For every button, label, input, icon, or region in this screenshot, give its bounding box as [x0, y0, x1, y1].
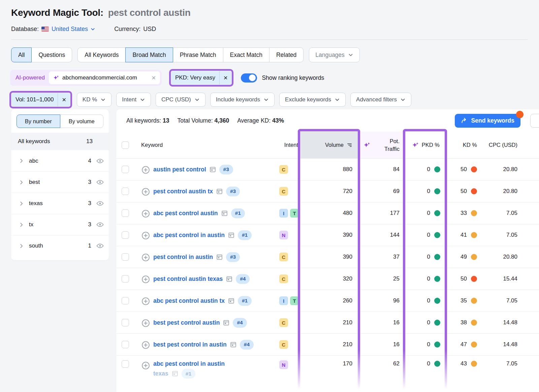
volume-filter-chip[interactable]: Vol: 101–1,000 ✕: [11, 93, 70, 106]
keyword-link[interactable]: pest control in austin: [153, 254, 213, 261]
keyword-link[interactable]: pest control austin tx: [153, 188, 213, 195]
serp-rank-badge[interactable]: #1: [231, 208, 245, 218]
sidebar-group-tx[interactable]: tx3: [11, 214, 109, 235]
filter-dropdown-exclude-keywords[interactable]: Exclude keywords: [279, 93, 346, 107]
column-header-intent[interactable]: Intent: [276, 132, 300, 158]
tab-exact-match[interactable]: Exact Match: [223, 47, 270, 62]
eye-icon[interactable]: [96, 157, 104, 165]
sidebar-all-keywords-row[interactable]: All keywords 13: [11, 133, 109, 150]
send-keywords-button[interactable]: Send keywords: [455, 114, 520, 128]
keyword-link[interactable]: austin pest control: [153, 166, 206, 173]
languages-dropdown[interactable]: Languages: [309, 47, 360, 62]
eye-icon[interactable]: [96, 199, 104, 207]
row-checkbox[interactable]: [122, 166, 129, 173]
keyword-link[interactable]: pest control austin texas: [153, 275, 223, 283]
serp-features-icon[interactable]: [228, 297, 235, 304]
add-keyword-icon[interactable]: [141, 165, 150, 174]
add-keyword-icon[interactable]: [141, 275, 150, 284]
serp-rank-badge[interactable]: #4: [236, 274, 250, 284]
remove-volume-filter-icon[interactable]: ✕: [58, 97, 70, 103]
serp-rank-badge[interactable]: #3: [226, 187, 240, 196]
show-ranking-keywords-toggle[interactable]: [241, 73, 257, 83]
row-checkbox[interactable]: [122, 188, 129, 195]
serp-features-icon[interactable]: [226, 275, 233, 283]
tab-all[interactable]: All: [11, 47, 32, 62]
partial-export-button[interactable]: [530, 114, 539, 128]
filter-dropdown-advanced-filters[interactable]: Advanced filters: [350, 93, 411, 107]
sidebar-group-south[interactable]: south1: [11, 235, 109, 256]
database-selector[interactable]: United States: [52, 26, 95, 33]
column-header-pkd[interactable]: PKD %: [405, 132, 444, 158]
clear-domain-icon[interactable]: ✕: [152, 75, 156, 81]
filter-dropdown-cpc-usd[interactable]: CPC (USD): [156, 93, 205, 107]
serp-features-icon[interactable]: [228, 232, 235, 239]
keyword-link[interactable]: abc pest control in austin: [153, 360, 225, 367]
column-header-cpc[interactable]: CPC (USD): [486, 132, 526, 158]
row-checkbox[interactable]: [122, 360, 129, 368]
serp-rank-badge[interactable]: #4: [233, 318, 247, 328]
filter-dropdown-kd[interactable]: KD %: [77, 93, 112, 107]
row-checkbox[interactable]: [122, 297, 129, 304]
row-checkbox[interactable]: [122, 275, 129, 283]
serp-rank-badge[interactable]: #4: [240, 340, 254, 350]
serp-rank-badge[interactable]: #3: [226, 252, 240, 262]
column-header-volume[interactable]: Volume: [300, 132, 358, 158]
serp-rank-badge[interactable]: #1: [238, 230, 252, 240]
sidebar-group-best[interactable]: best3: [11, 171, 109, 193]
tab-related[interactable]: Related: [269, 47, 304, 62]
column-header-keyword[interactable]: Keyword: [134, 132, 276, 158]
serp-features-icon[interactable]: [209, 166, 216, 173]
add-keyword-icon[interactable]: [141, 187, 150, 196]
eye-icon[interactable]: [96, 221, 104, 229]
column-header-kd[interactable]: KD %: [444, 132, 486, 158]
keyword-link[interactable]: texas: [153, 370, 168, 377]
kd-difficulty-dot: [471, 210, 477, 216]
select-all-checkbox[interactable]: [122, 141, 129, 149]
serp-features-icon[interactable]: [221, 210, 228, 217]
keyword-link[interactable]: best pest control in austin: [153, 341, 227, 348]
keyword-link[interactable]: best pest control austin: [153, 319, 220, 326]
serp-features-icon[interactable]: [216, 254, 223, 261]
kd-difficulty-dot: [471, 361, 477, 367]
sidebar-group-abc[interactable]: abc4: [11, 150, 109, 171]
column-header-pot-traffic[interactable]: Pot. Traffic: [358, 132, 405, 158]
row-checkbox[interactable]: [122, 253, 129, 261]
tab-questions[interactable]: Questions: [31, 47, 72, 62]
row-checkbox[interactable]: [122, 209, 129, 217]
tab-broad-match[interactable]: Broad Match: [125, 47, 173, 62]
keyword-link[interactable]: abc pest control austin tx: [153, 297, 225, 304]
add-keyword-icon[interactable]: [141, 231, 150, 240]
add-keyword-icon[interactable]: [141, 361, 150, 370]
sidebar-tab-by-volume[interactable]: By volume: [60, 115, 104, 128]
filter-dropdown-intent[interactable]: Intent: [116, 93, 151, 107]
eye-icon[interactable]: [96, 242, 104, 250]
sidebar-group-texas[interactable]: texas3: [11, 193, 109, 214]
row-checkbox[interactable]: [122, 231, 129, 239]
sidebar-tab-by-number[interactable]: By number: [17, 115, 60, 128]
sparkle-icon: [53, 75, 59, 81]
add-keyword-icon[interactable]: [141, 340, 150, 350]
serp-features-icon[interactable]: [216, 188, 223, 195]
row-checkbox[interactable]: [122, 319, 129, 326]
remove-pkd-filter-icon[interactable]: ✕: [220, 75, 231, 81]
serp-rank-badge[interactable]: #1: [238, 296, 252, 306]
tab-all-keywords[interactable]: All Keywords: [77, 47, 126, 62]
add-keyword-icon[interactable]: [141, 253, 150, 262]
keyword-link[interactable]: abc pest control in austin: [153, 232, 225, 239]
domain-input[interactable]: abchomeandcommercial.com ✕: [49, 71, 160, 84]
serp-features-icon[interactable]: [223, 319, 230, 326]
keyword-link[interactable]: abc pest control austin: [153, 210, 218, 217]
add-keyword-icon[interactable]: [141, 297, 150, 306]
add-keyword-icon[interactable]: [141, 319, 150, 328]
add-keyword-icon[interactable]: [141, 209, 150, 218]
tab-phrase-match[interactable]: Phrase Match: [173, 47, 223, 62]
serp-rank-badge[interactable]: #1: [182, 369, 195, 379]
eye-icon[interactable]: [96, 178, 104, 186]
serp-features-icon[interactable]: [171, 370, 179, 377]
filter-dropdown-include-keywords[interactable]: Include keywords: [210, 93, 275, 107]
row-checkbox[interactable]: [122, 341, 129, 348]
serp-rank-badge[interactable]: #3: [219, 165, 233, 174]
serp-features-icon[interactable]: [230, 341, 237, 348]
table-row: abc pest control austin tx#1IT260960357.…: [116, 290, 539, 312]
pkd-filter-chip[interactable]: PKD: Very easy ✕: [171, 71, 231, 85]
